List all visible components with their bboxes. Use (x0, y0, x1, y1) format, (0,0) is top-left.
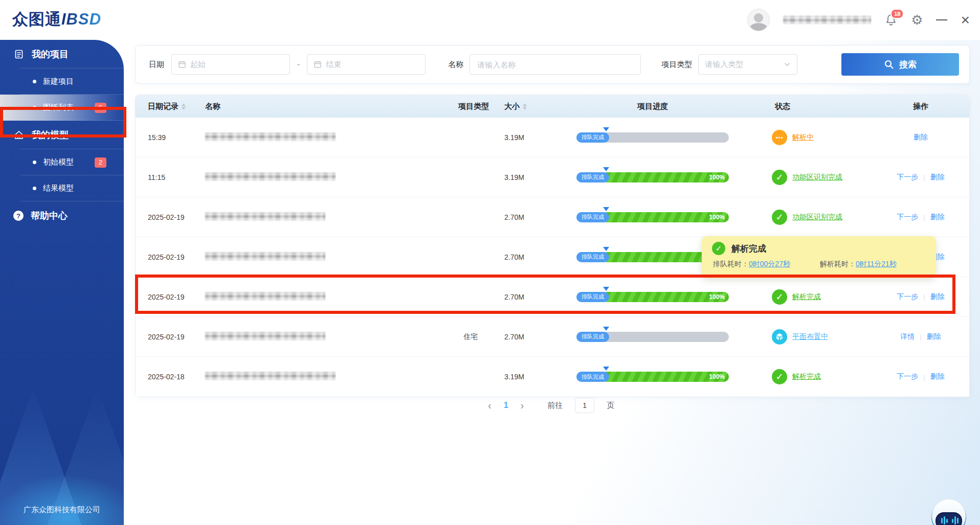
sidebar-item-new-project[interactable]: 新建项目 (0, 69, 124, 95)
status-link[interactable]: 功能区识别完成 (792, 213, 842, 222)
header-size[interactable]: 大小 (504, 102, 527, 111)
header-name: 名称 (205, 102, 220, 111)
status-check-icon: ✓ (772, 289, 787, 305)
row-size: 3.19M (504, 133, 524, 142)
progress-bar: 排队完成 100% (576, 172, 729, 182)
row-size: 3.19M (504, 373, 524, 381)
avatar-head-shape (754, 13, 763, 22)
op-next-link[interactable]: 下一步 (897, 292, 918, 302)
status-link[interactable]: 解析完成 (792, 292, 821, 302)
sort-icon[interactable] (523, 103, 527, 109)
op-next-link[interactable]: 下一步 (897, 372, 918, 381)
row-name-redacted (205, 212, 325, 222)
header-date[interactable]: 日期记录 (148, 102, 186, 111)
type-filter-label: 项目类型 (661, 60, 692, 70)
table-row: 2025-02-19 住宅 2.70M 排队完成 100% 平面布置中 (136, 317, 969, 357)
sidebar: 我的项目 新建项目 图纸列表 6 我的模型 初始模型 2 结果模型 ? 帮助中心… (0, 40, 124, 525)
assistant-robot-button[interactable] (930, 498, 968, 525)
name-filter-input[interactable] (470, 54, 641, 75)
search-button[interactable]: 搜索 (841, 53, 959, 76)
company-name: 广东众图科技有限公司 (0, 505, 124, 515)
op-next-link[interactable]: 下一步 (897, 213, 918, 222)
sidebar-item-drawing-list[interactable]: 图纸列表 6 (0, 95, 124, 121)
status-processing-icon: ••• (772, 130, 787, 145)
notification-count-badge: 18 (890, 9, 904, 19)
sidebar-pattern (0, 387, 92, 525)
op-delete-link[interactable]: 删除 (930, 372, 945, 381)
status-check-icon: ✓ (772, 170, 787, 185)
row-size: 2.70M (504, 333, 524, 341)
settings-button[interactable]: ⚙ (911, 13, 923, 27)
page-number[interactable]: 1 (504, 401, 508, 410)
tooltip-title: 解析完成 (731, 243, 766, 255)
prev-page-button[interactable]: ‹ (488, 400, 492, 412)
sidebar-item-initial-model[interactable]: 初始模型 2 (0, 149, 124, 175)
type-select-placeholder: 请输入类型 (705, 60, 743, 70)
table-row: 2025-02-19 2.70M 排队完成 100% ✓ 功能区识别完成 下一步… (136, 197, 969, 237)
header-status: 状态 (749, 102, 816, 111)
row-size: 2.70M (504, 213, 524, 221)
help-icon: ? (13, 211, 24, 221)
row-size: 2.70M (504, 293, 524, 301)
minimize-button[interactable] (936, 19, 947, 20)
notifications-button[interactable]: 18 (884, 13, 898, 27)
progress-marker-icon (603, 367, 609, 371)
close-button[interactable]: × (961, 12, 970, 28)
op-delete-link[interactable]: 删除 (927, 332, 941, 341)
op-delete-link[interactable]: 删除 (930, 213, 945, 222)
sidebar-item-result-model[interactable]: 结果模型 (0, 175, 124, 201)
row-date: 2025-02-19 (148, 333, 185, 341)
table-row: 11:15 3.19M 排队完成 100% ✓ 功能区识别完成 下一步 | 删除 (136, 157, 969, 197)
sidebar-item-label: 我的项目 (32, 48, 69, 60)
header-progress: 项目进度 (576, 102, 729, 111)
op-delete-link[interactable]: 删除 (914, 133, 928, 142)
sidebar-item-label: 新建项目 (43, 77, 74, 86)
op-next-link[interactable]: 下一步 (897, 173, 918, 182)
row-date: 2025-02-19 (148, 253, 185, 261)
close-icon: × (961, 12, 970, 28)
sidebar-item-my-models[interactable]: 我的模型 (0, 121, 124, 149)
end-date-input[interactable]: 结束 (307, 54, 426, 75)
progress-marker-icon (603, 327, 609, 331)
username-redacted (783, 16, 871, 24)
status-link[interactable]: 平面布置中 (792, 332, 828, 341)
date-range-separator: - (297, 60, 300, 69)
type-filter-select[interactable]: 请输入类型 (698, 54, 797, 75)
row-date: 2025-02-18 (148, 373, 185, 381)
initial-model-count-badge: 2 (95, 157, 106, 168)
progress-bar: 排队完成 100% (576, 332, 729, 342)
table-row-highlighted: 2025-02-19 2.70M 排队完成 100% ✓ 解析完成 下一步 | … (136, 277, 969, 317)
status-link[interactable]: 功能区识别完成 (792, 173, 842, 182)
sort-icon[interactable] (182, 103, 186, 109)
pagination: ‹ 1 › 前往 页 (488, 398, 614, 413)
logo-cn: 众图通 (12, 10, 61, 28)
next-page-button[interactable]: › (521, 400, 524, 412)
sidebar-item-help-center[interactable]: ? 帮助中心 (0, 201, 124, 230)
status-link[interactable]: 解析完成 (792, 372, 821, 381)
goto-page-input[interactable] (575, 398, 594, 413)
row-date: 2025-02-19 (148, 213, 185, 221)
status-check-icon: ✓ (772, 369, 787, 384)
page-unit-label: 页 (607, 401, 614, 410)
start-date-input[interactable]: 起始 (171, 54, 290, 75)
parse-complete-tooltip: ✓ 解析完成 排队耗时：0时00分27秒 解析耗时：0时11分21秒 (702, 236, 936, 278)
row-name-redacted (205, 372, 336, 382)
op-delete-link[interactable]: 删除 (930, 173, 945, 182)
avatar-body-shape (750, 23, 767, 31)
sidebar-item-my-projects[interactable]: 我的项目 (0, 40, 124, 69)
progress-bar: 排队完成 100% (576, 212, 729, 222)
row-date: 15:39 (148, 133, 166, 142)
status-link[interactable]: 解析中 (792, 133, 814, 142)
search-button-label: 搜索 (899, 59, 917, 71)
op-delete-link[interactable]: 删除 (930, 292, 945, 302)
op-details-link[interactable]: 详情 (900, 332, 915, 341)
chevron-down-icon (784, 61, 791, 68)
progress-marker-icon (603, 167, 609, 171)
row-size: 2.70M (504, 253, 524, 261)
user-avatar[interactable] (747, 9, 770, 31)
progress-marker-icon (603, 287, 609, 291)
progress-marker-icon (603, 127, 609, 131)
row-name-redacted (205, 252, 325, 262)
logo-en: IBSD (61, 10, 101, 28)
status-layout-icon (772, 329, 787, 345)
